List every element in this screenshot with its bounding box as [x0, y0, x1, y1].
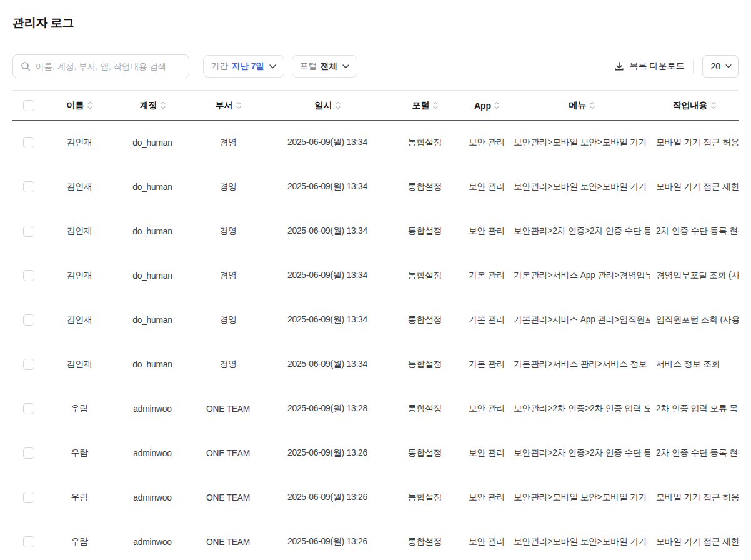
- cell-datetime: 2025-06-09(월) 13:34: [265, 298, 390, 342]
- cell-account: adminwoo: [114, 476, 191, 520]
- cell-action: 2차 인증 입력 오류 목록 ...: [650, 387, 739, 431]
- sort-icon[interactable]: [161, 101, 166, 109]
- column-header-action[interactable]: 작업내용: [650, 91, 739, 121]
- admin-log-table: 이름계정부서일시포털App메뉴작업내용 김인재do_human경영2025-06…: [12, 90, 739, 560]
- page-size-value: 20: [710, 61, 720, 71]
- row-checkbox[interactable]: [23, 226, 34, 237]
- column-label-menu: 메뉴: [569, 100, 587, 111]
- cell-department: 경영: [191, 165, 265, 209]
- cell-name: 김인재: [45, 298, 114, 342]
- chevron-down-icon: [341, 64, 349, 69]
- table-header-row: 이름계정부서일시포털App메뉴작업내용: [12, 91, 739, 121]
- page-size-select[interactable]: 20: [702, 55, 739, 78]
- toolbar: 기간 지난 7일 포털 전체 목록 다운로드: [12, 54, 739, 79]
- cell-menu: 기본관리>서비스 App 관리>경영업무포털: [514, 254, 650, 298]
- cell-action: 모바일 기기 접근 허용 목...: [650, 121, 739, 165]
- cell-name: 우람: [45, 476, 114, 520]
- cell-department: ONE TEAM: [191, 387, 265, 431]
- search-input[interactable]: [36, 62, 181, 71]
- cell-app: 보안 관리: [460, 387, 514, 431]
- cell-app: 보안 관리: [460, 476, 514, 520]
- column-label-datetime: 일시: [315, 100, 332, 111]
- column-header-name[interactable]: 이름: [45, 91, 114, 121]
- cell-menu: 보안관리>2차 인증>2차 인증 수단 등록 ...: [514, 431, 650, 476]
- cell-datetime: 2025-06-09(월) 13:28: [265, 387, 390, 431]
- cell-action: 모바일 기기 접근 제한 설...: [650, 520, 739, 560]
- column-header-account[interactable]: 계정: [114, 91, 191, 121]
- sort-icon[interactable]: [590, 101, 595, 109]
- cell-action: 2차 인증 수단 등록 현황 ...: [650, 431, 739, 476]
- row-checkbox[interactable]: [23, 359, 34, 370]
- row-checkbox[interactable]: [23, 448, 34, 459]
- cell-menu: 보안관리>모바일 보안>모바일 기기 접근 ...: [514, 121, 650, 165]
- sort-icon[interactable]: [236, 101, 241, 109]
- sort-icon[interactable]: [711, 101, 716, 109]
- cell-menu: 기본관리>서비스 App 관리>임직원포털: [514, 298, 650, 342]
- column-header-portal[interactable]: 포털: [390, 91, 460, 121]
- column-label-action: 작업내용: [673, 100, 708, 111]
- download-button[interactable]: 목록 다운로드: [614, 61, 685, 72]
- cell-action: 모바일 기기 접근 허용 목...: [650, 476, 739, 520]
- row-checkbox[interactable]: [23, 403, 34, 414]
- sort-icon[interactable]: [87, 101, 92, 109]
- cell-portal: 통합설정: [390, 520, 460, 560]
- row-checkbox[interactable]: [23, 137, 34, 148]
- portal-filter-value: 전체: [321, 61, 337, 72]
- cell-department: ONE TEAM: [191, 476, 265, 520]
- toolbar-divider: [693, 59, 694, 73]
- period-filter[interactable]: 기간 지난 7일: [203, 55, 284, 78]
- chevron-down-icon: [725, 64, 732, 68]
- select-all-checkbox[interactable]: [23, 100, 34, 111]
- cell-portal: 통합설정: [390, 209, 460, 254]
- cell-name: 김인재: [45, 342, 114, 387]
- row-checkbox[interactable]: [23, 270, 34, 281]
- cell-app: 보안 관리: [460, 520, 514, 560]
- row-checkbox[interactable]: [23, 492, 34, 503]
- portal-filter[interactable]: 포털 전체: [292, 55, 357, 78]
- row-checkbox-cell: [12, 342, 45, 387]
- cell-app: 기본 관리: [460, 342, 514, 387]
- search-box: [12, 54, 189, 78]
- row-checkbox-cell: [12, 165, 45, 209]
- cell-action: 서비스 정보 조회: [650, 342, 739, 387]
- cell-portal: 통합설정: [390, 121, 460, 165]
- search-icon: [21, 61, 31, 71]
- admin-log-page: 관리자 로그 기간 지난 7일 포털 전체: [0, 0, 751, 560]
- row-checkbox-cell: [12, 476, 45, 520]
- table-row: 우람adminwooONE TEAM2025-06-09(월) 13:26통합설…: [12, 520, 739, 560]
- row-checkbox[interactable]: [23, 314, 34, 326]
- cell-department: ONE TEAM: [191, 431, 265, 476]
- column-label-department: 부서: [216, 100, 233, 111]
- sort-icon[interactable]: [433, 101, 438, 109]
- cell-portal: 통합설정: [390, 387, 460, 431]
- row-checkbox[interactable]: [23, 181, 34, 192]
- column-header-menu[interactable]: 메뉴: [514, 91, 650, 121]
- column-label-account: 계정: [140, 100, 157, 111]
- row-checkbox-cell: [12, 121, 45, 165]
- sort-icon[interactable]: [336, 101, 341, 109]
- cell-account: do_human: [114, 121, 191, 165]
- cell-portal: 통합설정: [390, 298, 460, 342]
- portal-filter-label: 포털: [300, 61, 317, 72]
- cell-datetime: 2025-06-09(월) 13:34: [265, 165, 390, 209]
- row-checkbox[interactable]: [23, 536, 34, 548]
- cell-name: 김인재: [45, 209, 114, 254]
- sort-icon[interactable]: [494, 101, 499, 109]
- period-filter-label: 기간: [211, 61, 228, 72]
- row-checkbox-cell: [12, 254, 45, 298]
- table-row: 김인재do_human경영2025-06-09(월) 13:34통합설정기본 관…: [12, 254, 739, 298]
- cell-menu: 보안관리>모바일 보안>모바일 기기 접근 ...: [514, 476, 650, 520]
- column-label-app: App: [474, 101, 491, 111]
- column-header-app[interactable]: App: [460, 91, 514, 121]
- row-checkbox-cell: [12, 387, 45, 431]
- cell-datetime: 2025-06-09(월) 13:34: [265, 254, 390, 298]
- period-filter-value: 지난 7일: [232, 61, 264, 72]
- column-header-department[interactable]: 부서: [191, 91, 265, 121]
- cell-portal: 통합설정: [390, 342, 460, 387]
- cell-menu: 보안관리>모바일 보안>모바일 기기 접근 ...: [514, 520, 650, 560]
- cell-action: 모바일 기기 접근 제한 설...: [650, 165, 739, 209]
- cell-account: do_human: [114, 209, 191, 254]
- column-header-datetime[interactable]: 일시: [265, 91, 390, 121]
- cell-app: 기본 관리: [460, 298, 514, 342]
- cell-datetime: 2025-06-09(월) 13:26: [265, 431, 390, 476]
